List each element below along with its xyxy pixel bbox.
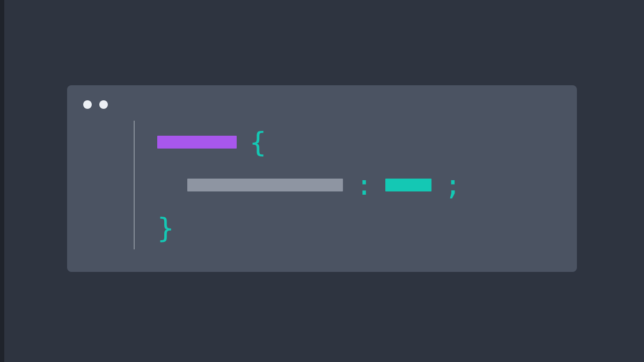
colon-icon: : — [356, 171, 372, 199]
window-titlebar — [82, 98, 562, 116]
css-selector-token — [157, 136, 237, 149]
css-property-token — [187, 179, 343, 191]
code-line-declaration: : ; — [148, 164, 562, 206]
open-brace-icon: { — [250, 128, 266, 156]
code-line-close: } — [148, 206, 562, 249]
css-value-token — [385, 179, 431, 191]
window-control-dot[interactable] — [83, 100, 92, 109]
code-area: { : ; } — [134, 116, 562, 254]
window-control-dot[interactable] — [99, 100, 108, 109]
code-line-selector: { — [148, 121, 562, 164]
close-brace-icon: } — [157, 214, 174, 242]
gutter-line-icon — [134, 121, 135, 249]
code-editor-window: { : ; } — [67, 85, 577, 272]
vignette-left-edge — [0, 0, 4, 362]
semicolon-icon: ; — [444, 171, 461, 199]
